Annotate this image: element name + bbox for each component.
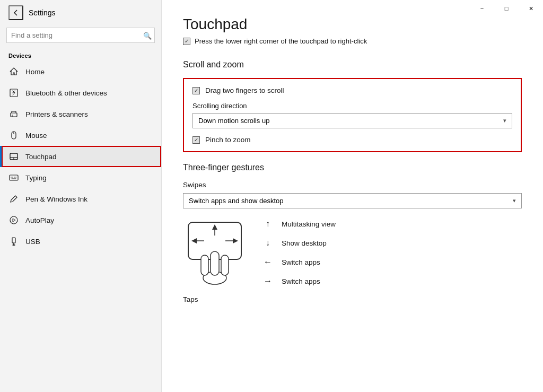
svg-rect-27 (221, 255, 229, 275)
back-button[interactable] (8, 5, 23, 20)
printer-icon (8, 109, 19, 119)
sidebar-item-home[interactable]: Home (0, 61, 161, 82)
close-button[interactable]: ✕ (519, 0, 543, 17)
sidebar-item-printers-label: Printers & scanners (25, 110, 88, 118)
search-box: 🔍 (6, 28, 155, 43)
scrolling-direction-container: Scrolling direction Down motion scrolls … (192, 102, 512, 128)
search-icon-button[interactable]: 🔍 (143, 31, 152, 39)
touchpad-illustration (183, 217, 247, 281)
gesture-arrow-left: ← (262, 257, 273, 267)
minimize-icon: − (480, 5, 484, 12)
swipes-dropdown[interactable]: Switch apps and show desktop ▾ (183, 193, 522, 208)
pinch-to-zoom-row: Pinch to zoom (192, 136, 512, 144)
gesture-arrow-up: ↑ (262, 219, 273, 229)
mouse-icon (8, 130, 19, 141)
search-icon: 🔍 (143, 31, 152, 39)
gesture-switch-apps-right-label: Switch apps (282, 277, 320, 285)
sidebar-item-pen[interactable]: Pen & Windows Ink (0, 188, 161, 210)
gesture-show-desktop-label: Show desktop (282, 239, 327, 247)
gesture-list: ↑ Multitasking view ↓ Show desktop ← Swi… (262, 217, 336, 286)
sidebar-item-bluetooth-label: Bluetooth & other devices (25, 89, 107, 97)
sidebar-item-typing-label: Typing (25, 174, 47, 182)
search-input[interactable] (6, 28, 155, 43)
autoplay-icon (8, 215, 19, 225)
gesture-arrow-right: → (262, 276, 273, 286)
titlebar: − □ ✕ (470, 0, 543, 17)
swipes-label: Swipes (183, 181, 522, 189)
scrolling-direction-value: Down motion scrolls up (198, 117, 269, 125)
svg-point-13 (10, 216, 17, 224)
page-title: Touchpad (183, 16, 522, 33)
right-click-label: Press the lower right corner of the touc… (195, 37, 367, 45)
sidebar-item-autoplay-label: AutoPlay (25, 216, 54, 224)
swipes-value: Switch apps and show desktop (189, 197, 284, 205)
sidebar-item-printers[interactable]: Printers & scanners (0, 103, 161, 125)
gesture-item-down: ↓ Show desktop (262, 238, 336, 248)
sidebar-item-touchpad-label: Touchpad (25, 153, 57, 161)
pinch-to-zoom-label: Pinch to zoom (205, 136, 251, 144)
dropdown-chevron-icon: ▾ (503, 117, 506, 124)
taps-label: Taps (183, 295, 522, 303)
gesture-item-right: → Switch apps (262, 276, 336, 286)
svg-rect-25 (211, 251, 219, 275)
sidebar-item-touchpad[interactable]: Touchpad (0, 146, 161, 167)
sidebar-item-usb-label: USB (25, 238, 40, 246)
sidebar-item-pen-label: Pen & Windows Ink (25, 195, 87, 203)
drag-two-fingers-label: Drag two fingers to scroll (205, 86, 284, 94)
right-click-row: Press the lower right corner of the touc… (183, 37, 522, 45)
three-finger-section: Three-finger gestures Swipes Switch apps… (183, 163, 522, 303)
usb-icon (8, 236, 19, 247)
three-finger-heading: Three-finger gestures (183, 163, 522, 172)
maximize-button[interactable]: □ (494, 0, 519, 17)
pen-icon (8, 194, 19, 204)
svg-rect-1 (11, 113, 17, 117)
drag-two-fingers-row: Drag two fingers to scroll (192, 86, 512, 94)
svg-rect-14 (12, 238, 15, 243)
svg-marker-23 (233, 238, 238, 243)
typing-icon (8, 172, 19, 183)
sidebar-item-bluetooth[interactable]: Bluetooth & other devices (0, 82, 161, 103)
maximize-icon: □ (505, 5, 509, 12)
drag-two-fingers-checkbox[interactable] (192, 87, 200, 94)
sidebar-title: Settings (29, 8, 56, 17)
scroll-zoom-heading: Scroll and zoom (183, 60, 522, 69)
home-icon (8, 66, 19, 77)
svg-rect-7 (10, 175, 18, 180)
pinch-to-zoom-checkbox[interactable] (192, 136, 200, 144)
sidebar-item-home-label: Home (25, 68, 45, 76)
bluetooth-icon (8, 88, 19, 98)
touchpad-icon (8, 151, 19, 162)
gesture-multitasking-label: Multitasking view (282, 220, 336, 228)
gesture-description: ↑ Multitasking view ↓ Show desktop ← Swi… (183, 217, 522, 286)
scrolling-direction-label: Scrolling direction (192, 102, 512, 110)
swipes-dropdown-chevron-icon: ▾ (513, 197, 516, 204)
close-icon: ✕ (529, 5, 533, 12)
sidebar-item-mouse[interactable]: Mouse (0, 125, 161, 146)
gesture-switch-apps-left-label: Switch apps (282, 258, 320, 266)
devices-section-label: Devices (0, 49, 161, 61)
gesture-item-up: ↑ Multitasking view (262, 219, 336, 229)
sidebar-item-typing[interactable]: Typing (0, 167, 161, 188)
sidebar-item-autoplay[interactable]: AutoPlay (0, 210, 161, 231)
scroll-zoom-section: Drag two fingers to scroll Scrolling dir… (183, 78, 522, 152)
sidebar-item-mouse-label: Mouse (25, 132, 47, 140)
gesture-arrow-down: ↓ (262, 238, 273, 248)
sidebar-item-usb[interactable]: USB (0, 231, 161, 252)
gesture-item-left: ← Switch apps (262, 257, 336, 267)
minimize-button[interactable]: − (470, 0, 494, 17)
svg-marker-21 (191, 238, 197, 243)
main-content: − □ ✕ Touchpad Press the lower right cor… (162, 0, 543, 392)
svg-rect-26 (201, 255, 208, 275)
right-click-checkbox[interactable] (183, 38, 190, 45)
svg-marker-19 (212, 224, 217, 230)
scrolling-direction-dropdown[interactable]: Down motion scrolls up ▾ (192, 113, 512, 128)
